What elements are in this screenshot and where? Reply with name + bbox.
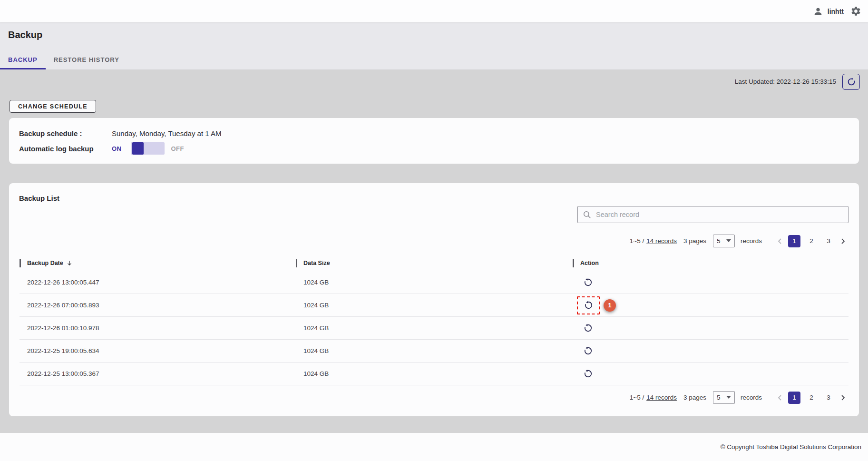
table-row: 2022-12-26 13:00:05.447 1024 GB — [20, 271, 848, 294]
backup-schedule-label: Backup schedule : — [19, 129, 98, 137]
records-count-link[interactable]: 14 records — [646, 237, 677, 245]
page-button-3[interactable]: 3 — [822, 392, 835, 404]
last-updated-label: Last Updated: 2022-12-26 15:33:15 — [735, 74, 836, 90]
page-button-2[interactable]: 2 — [805, 235, 818, 247]
change-schedule-button[interactable]: CHANGE SCHEDULE — [10, 100, 96, 113]
backup-table: Backup Date Data Size Action 2022-12-26 … — [20, 255, 848, 385]
next-page-icon[interactable] — [837, 392, 848, 403]
backup-schedule-row: Backup schedule : Sunday, Monday, Tuesda… — [19, 126, 849, 141]
last-updated-row: Last Updated: 2022-12-26 15:33:15 — [735, 74, 860, 90]
cell-data-size: 1024 GB — [296, 302, 573, 309]
chevron-down-icon — [726, 396, 731, 399]
restore-icon[interactable] — [582, 299, 595, 312]
page-button-1[interactable]: 1 — [788, 392, 800, 404]
prev-page-icon[interactable] — [774, 392, 786, 403]
column-header-backup-date[interactable]: Backup Date — [20, 259, 296, 267]
main-content: Last Updated: 2022-12-26 15:33:15 CHANGE… — [0, 69, 868, 433]
column-divider — [296, 259, 297, 267]
toggle-thumb — [132, 142, 144, 155]
page-size-select[interactable]: 5 — [713, 391, 735, 404]
pagination-top: 1~5 / 14 records 3 pages 5 records 1 2 3 — [630, 235, 848, 247]
cell-backup-date: 2022-12-26 01:00:10.978 — [20, 324, 296, 332]
tab-restore-history[interactable]: RESTORE HISTORY — [46, 49, 127, 69]
backup-schedule-value: Sunday, Monday, Tuesday at 1 AM — [112, 129, 221, 137]
record-range: 1~5 / — [630, 394, 644, 401]
sort-desc-icon — [66, 260, 73, 266]
auto-log-backup-toggle[interactable] — [131, 142, 165, 155]
top-bar: linhtt — [0, 0, 868, 22]
auto-log-backup-row: Automatic log backup ON OFF — [19, 141, 849, 156]
restore-icon[interactable] — [581, 276, 595, 289]
table-row: 2022-12-25 13:00:05.367 1024 GB — [20, 363, 848, 385]
records-label: records — [741, 237, 762, 245]
record-range: 1~5 / — [630, 237, 644, 245]
cell-data-size: 1024 GB — [296, 279, 573, 286]
cell-data-size: 1024 GB — [296, 370, 573, 377]
restore-icon[interactable] — [581, 344, 595, 358]
page-button-2[interactable]: 2 — [805, 392, 818, 404]
chevron-down-icon — [726, 239, 731, 243]
search-input[interactable] — [596, 211, 843, 218]
column-divider — [573, 259, 574, 267]
tab-bar: BACKUP RESTORE HISTORY — [0, 49, 127, 69]
page-size-select[interactable]: 5 — [713, 235, 735, 247]
page-header: Backup BACKUP RESTORE HISTORY — [0, 22, 868, 69]
refresh-button[interactable] — [842, 74, 860, 90]
tab-backup[interactable]: BACKUP — [0, 49, 46, 69]
person-icon — [813, 6, 823, 17]
schedule-panel: Backup schedule : Sunday, Monday, Tuesda… — [9, 118, 859, 164]
prev-page-icon[interactable] — [774, 235, 786, 247]
backup-list-title: Backup List — [19, 194, 59, 202]
search-box — [577, 206, 848, 223]
refresh-icon — [846, 77, 857, 87]
cell-data-size: 1024 GB — [296, 347, 573, 354]
step-badge: 1 — [604, 299, 616, 312]
page-button-3[interactable]: 3 — [822, 235, 835, 247]
pages-count-label: 3 pages — [683, 394, 706, 401]
table-row: 2022-12-26 01:00:10.978 1024 GB — [20, 317, 848, 340]
column-header-action: Action — [573, 259, 848, 267]
next-page-icon[interactable] — [837, 235, 848, 247]
toggle-on-label: ON — [112, 145, 122, 152]
table-row: 2022-12-26 07:00:05.893 1024 GB 1 — [20, 294, 848, 317]
pages-count-label: 3 pages — [683, 237, 706, 245]
username-label: linhtt — [828, 8, 844, 15]
search-icon — [583, 210, 592, 219]
records-count-link[interactable]: 14 records — [646, 394, 677, 401]
table-header: Backup Date Data Size Action — [20, 255, 848, 271]
cell-backup-date: 2022-12-25 13:00:05.367 — [20, 370, 296, 377]
pagination-bottom: 1~5 / 14 records 3 pages 5 records 1 2 3 — [630, 391, 848, 404]
records-label: records — [741, 394, 762, 401]
gear-icon[interactable] — [850, 6, 861, 17]
column-divider — [20, 259, 21, 267]
backup-list-panel: Backup List 1~5 / 14 records 3 pages 5 r… — [9, 183, 859, 416]
column-header-data-size[interactable]: Data Size — [296, 259, 573, 267]
action-highlight-box — [577, 296, 600, 314]
cell-backup-date: 2022-12-26 07:00:05.893 — [20, 302, 296, 309]
page-button-1[interactable]: 1 — [788, 235, 800, 247]
cell-backup-date: 2022-12-26 13:00:05.447 — [20, 279, 296, 286]
copyright-text: © Copyright Toshiba Digital Solutions Co… — [721, 443, 861, 451]
restore-icon[interactable] — [581, 367, 595, 381]
page-footer: © Copyright Toshiba Digital Solutions Co… — [0, 433, 868, 461]
user-menu[interactable]: linhtt — [813, 6, 844, 17]
page-title: Backup — [8, 29, 42, 40]
cell-data-size: 1024 GB — [296, 324, 573, 332]
cell-backup-date: 2022-12-25 19:00:05.634 — [20, 347, 296, 354]
table-row: 2022-12-25 19:00:05.634 1024 GB — [20, 340, 848, 363]
auto-log-backup-label: Automatic log backup — [19, 145, 112, 153]
restore-icon[interactable] — [581, 322, 595, 335]
toggle-off-label: OFF — [171, 145, 185, 152]
